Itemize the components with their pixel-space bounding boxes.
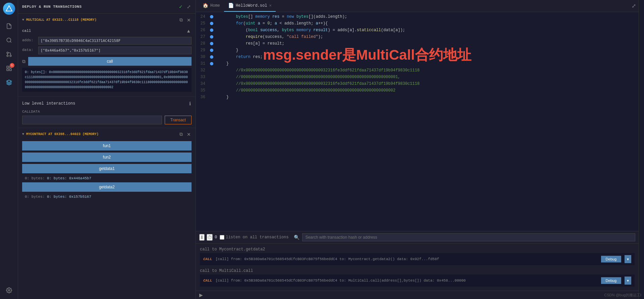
adds-row: adds: xyxy=(22,37,192,45)
getdata1-output: 0: bytes: 0: bytes: 0x446a45b7 xyxy=(22,175,192,182)
low-level-info-button[interactable]: ℹ xyxy=(189,100,192,107)
mycontract-close-button[interactable]: ✕ xyxy=(186,131,192,138)
getdata1-button[interactable]: getdata1 xyxy=(22,164,192,173)
sidebar-item-files[interactable] xyxy=(3,20,15,32)
tabs-bar: 🏠 Home 📄 HelloWord.sol ✕ ⤢ xyxy=(196,0,639,12)
call-section: call ▲ adds: data: ⧉ call 0: bytes[]: 0x… xyxy=(22,25,192,94)
adds-input[interactable] xyxy=(38,37,192,45)
expand-deploy-button[interactable]: ⤢ xyxy=(186,3,192,10)
mycontract-actions: ⧉ ✕ xyxy=(179,131,192,138)
tab-home[interactable]: 🏠 Home xyxy=(199,0,224,12)
watermark: CSDN @bug的搬运工I xyxy=(604,293,641,298)
multicall-chevron[interactable]: ▼ xyxy=(22,18,24,22)
code-line-26: 26 (bool success, bytes memory result) =… xyxy=(196,27,639,34)
tabs-expand-button[interactable]: ⤢ xyxy=(632,3,636,9)
sidebar-item-git[interactable] xyxy=(3,48,15,60)
data-label: data: xyxy=(22,47,36,52)
term-entry-1-detail: CALL [call] from: 0x5B38Da6a701c568545dC… xyxy=(200,253,635,265)
tab-home-label: Home xyxy=(210,3,220,8)
check-button[interactable]: ✓ xyxy=(178,3,183,10)
calldata-label: CALLDATA xyxy=(22,110,192,114)
terminal-clock-icon[interactable]: ⏱ xyxy=(207,234,213,241)
multicall-copy-button[interactable]: ⧉ xyxy=(179,16,183,23)
code-line-25: 25 for(uint a = 0; a < adds.length; a++)… xyxy=(196,20,639,27)
mycontract-copy-button[interactable]: ⧉ xyxy=(179,131,183,138)
call-output: 0: bytes[]: 0x00000000000000000000000000… xyxy=(22,68,192,92)
terminal-collapse-button[interactable]: ▶ xyxy=(199,292,203,298)
code-line-27: 27 require(success, "call failed"); xyxy=(196,34,639,40)
term-entry-2-text: [call] from: 0x5B38Da6a701c568545dCfcB03… xyxy=(215,279,597,283)
multicall-label: MULTICALL AT 0X323...C1118 (MEMORY) xyxy=(26,18,97,22)
terminal-search-input[interactable] xyxy=(302,233,635,241)
listen-label: listen on all transactions xyxy=(226,235,288,240)
svg-rect-8 xyxy=(9,69,11,71)
getdata2-button[interactable]: getdata2 xyxy=(22,182,192,192)
listen-checkbox[interactable] xyxy=(220,235,224,240)
code-line-28: 28 res[a] = result; xyxy=(196,40,639,47)
code-container[interactable]: msg.sender是MultiCall合约地址 24 bytes[] memo… xyxy=(196,12,639,231)
term-entry-2-detail: CALL [call] from: 0x5B38Da6a701c568545dC… xyxy=(200,275,635,287)
call-copy-icon[interactable]: ⧉ xyxy=(22,59,25,64)
code-line-36: 36 } xyxy=(196,94,639,101)
expand-entry-1-button[interactable]: ▼ xyxy=(625,255,631,263)
term-entry-1-label: call to Mycontract.getdata2 xyxy=(200,247,635,252)
call-button[interactable]: call xyxy=(28,57,192,66)
data-row: data: xyxy=(22,47,192,54)
transact-button[interactable]: Transact xyxy=(165,116,192,124)
code-line-34: 34 //0x000000000000000000000000000000003… xyxy=(196,80,639,87)
svg-point-3 xyxy=(10,55,11,57)
mycontract-chevron[interactable]: ▼ xyxy=(22,132,24,136)
adds-label: adds: xyxy=(22,37,36,42)
call-collapse-button[interactable]: ▲ xyxy=(185,27,192,34)
svg-line-2 xyxy=(10,41,11,42)
sidebar-item-plugin[interactable]: 1 xyxy=(3,62,15,74)
terminal-search-icon: 🔍 xyxy=(294,235,300,240)
debug-button-1[interactable]: Debug xyxy=(601,256,621,262)
sidebar-item-deploy[interactable] xyxy=(3,76,15,88)
multicall-close-button[interactable]: ✕ xyxy=(186,16,192,23)
code-line-24: 24 bytes[] memory res = new bytes[](adds… xyxy=(196,13,639,20)
call-label: call ▲ xyxy=(22,27,192,34)
listen-checkbox-label[interactable]: listen on all transactions xyxy=(220,235,288,240)
mycontract-section: ▼ MYCONTRACT AT 0X398...04023 (MEMORY) ⧉… xyxy=(18,128,196,203)
terminal-count: 0 xyxy=(215,235,217,240)
fun2-button[interactable]: fun2 xyxy=(22,153,192,162)
data-input[interactable] xyxy=(38,47,192,54)
deploy-header: DEPLOY & RUN TRANSACTIONS ✓ ⤢ xyxy=(18,0,196,14)
mycontract-label: MYCONTRACT AT 0X398...04023 (MEMORY) xyxy=(26,132,99,136)
code-line-32: 32 //0x000000000000000000000000000000003… xyxy=(196,67,639,74)
transact-row: Transact xyxy=(22,116,192,124)
remix-logo xyxy=(3,3,15,15)
sidebar-item-search[interactable] xyxy=(3,34,15,46)
tab-helloword[interactable]: 📄 HelloWord.sol ✕ xyxy=(224,0,276,12)
term-entry-1: call to Mycontract.getdata2 CALL [call] … xyxy=(196,246,639,267)
multicall-header: ▼ MULTICALL AT 0X323...C1118 (MEMORY) ⧉ … xyxy=(22,16,192,23)
call-tag-1: CALL xyxy=(203,257,212,261)
code-line-29: 29 } xyxy=(196,47,639,54)
svg-point-4 xyxy=(7,52,8,54)
svg-point-1 xyxy=(7,38,11,42)
low-level-header: Low level interactions ℹ xyxy=(22,100,192,107)
svg-rect-9 xyxy=(7,69,8,71)
terminal-top: ⬇ ⏱ 0 listen on all transactions 🔍 xyxy=(196,231,639,244)
expand-entry-2-button[interactable]: ▼ xyxy=(625,277,631,285)
plugin-badge: 1 xyxy=(10,63,14,68)
low-level-section: Low level interactions ℹ CALLDATA Transa… xyxy=(18,97,196,128)
sidebar-item-settings-bottom[interactable] xyxy=(3,284,15,296)
svg-point-5 xyxy=(7,55,8,57)
terminal-icons: ⬇ ⏱ 0 xyxy=(199,234,217,241)
fun1-button[interactable]: fun1 xyxy=(22,141,192,151)
code-line-30: 30 return res; xyxy=(196,54,639,60)
deploy-title: DEPLOY & RUN TRANSACTIONS xyxy=(22,5,82,9)
terminal-bottom: ▶ xyxy=(196,291,639,299)
terminal-down-icon[interactable]: ⬇ xyxy=(199,234,205,241)
debug-button-2[interactable]: Debug xyxy=(601,277,621,284)
sidebar: 1 xyxy=(0,0,18,299)
terminal-bar: ⬇ ⏱ 0 listen on all transactions 🔍 call … xyxy=(196,231,639,299)
code-line-31: 31 } xyxy=(196,60,639,67)
svg-marker-0 xyxy=(6,6,12,11)
deploy-header-icons: ✓ ⤢ xyxy=(178,3,192,10)
tab-close-button[interactable]: ✕ xyxy=(269,3,271,8)
terminal-entries: call to Mycontract.getdata2 CALL [call] … xyxy=(196,244,639,291)
calldata-input[interactable] xyxy=(22,116,162,124)
